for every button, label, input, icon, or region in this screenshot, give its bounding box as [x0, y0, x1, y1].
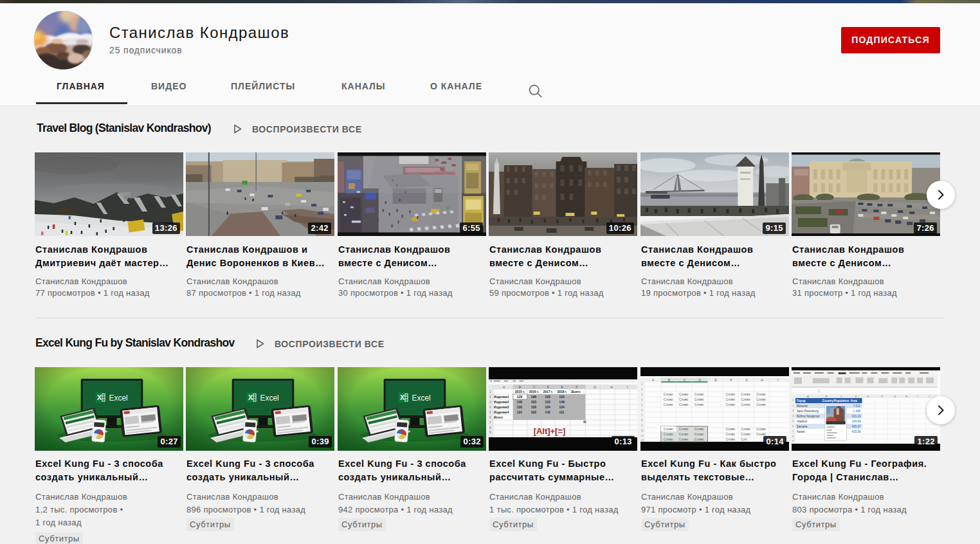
svg-text:104: 104: [545, 405, 551, 409]
svg-text:Слово: Слово: [664, 437, 673, 441]
svg-text:2018 г.: 2018 г.: [558, 390, 568, 394]
svg-text:Изделие4: Изделие4: [494, 410, 509, 414]
svg-text:I: I: [627, 385, 628, 389]
svg-text:Слово: Слово: [664, 392, 673, 396]
svg-text:Слово: Слово: [756, 427, 766, 431]
svg-text:134: 134: [559, 405, 565, 409]
svg-text:6: 6: [489, 416, 491, 419]
svg-text:Слово: Слово: [664, 427, 673, 431]
svg-text:Слово: Слово: [725, 427, 735, 431]
svg-text:Слово: Слово: [694, 437, 704, 441]
svg-text:C: C: [684, 378, 686, 382]
svg-text:D: D: [699, 378, 702, 382]
svg-text:Kazan: Kazan: [797, 430, 805, 433]
svg-text:D: D: [547, 385, 550, 389]
svg-text:Слово: Слово: [725, 403, 735, 406]
svg-text:F: F: [576, 385, 577, 389]
svg-text:Слово: Слово: [741, 427, 750, 431]
svg-text:Area: Area: [851, 399, 858, 403]
svg-text:128: 128: [517, 395, 523, 399]
svg-text:H: H: [761, 378, 763, 382]
svg-text:Слово: Слово: [741, 392, 750, 396]
svg-text:1: 1: [489, 390, 491, 394]
svg-text:Слово: Слово: [694, 432, 704, 436]
svg-text:Слово: Слово: [679, 437, 689, 441]
svg-text:Слово: Слово: [725, 392, 735, 396]
svg-text:123: 123: [545, 400, 551, 404]
svg-text:103: 103: [531, 400, 537, 404]
svg-text:Всего: Всего: [571, 390, 580, 394]
svg-text:Слово: Слово: [741, 397, 750, 401]
svg-text:C: C: [840, 395, 842, 398]
svg-text:D: D: [855, 395, 857, 398]
svg-text:103: 103: [545, 395, 551, 399]
svg-text:Слово: Слово: [756, 403, 766, 406]
svg-text:7: 7: [489, 421, 491, 424]
svg-text:F: F: [730, 378, 732, 382]
svg-text:Saint Petersburg: Saint Petersburg: [797, 410, 819, 413]
svg-text:401,00: 401,00: [852, 415, 861, 418]
svg-text:Изделие3: Изделие3: [494, 405, 509, 409]
svg-text:G: G: [745, 378, 748, 382]
svg-text:102: 102: [531, 410, 537, 414]
svg-text:1 439: 1 439: [853, 410, 861, 413]
svg-text:142: 142: [545, 410, 551, 414]
svg-text:2017 г.: 2017 г.: [543, 390, 554, 394]
svg-text:B: B: [826, 395, 828, 398]
svg-text:Слово: Слово: [694, 392, 704, 396]
svg-text:196: 196: [531, 395, 537, 399]
svg-text:Слово: Слово: [679, 432, 689, 436]
svg-text:I: I: [917, 395, 918, 398]
svg-text:120: 120: [531, 405, 537, 409]
svg-text:Итого: Итого: [494, 415, 503, 419]
svg-text:11: 11: [640, 434, 644, 437]
svg-text:5: 5: [489, 411, 491, 414]
svg-text:Слово: Слово: [664, 432, 673, 436]
svg-text:I: I: [777, 378, 778, 382]
svg-text:Слово: Слово: [679, 397, 689, 401]
svg-text:465,97: 465,97: [852, 425, 861, 428]
svg-text:Слово: Слово: [756, 392, 766, 396]
svg-text:2: 2: [489, 395, 491, 399]
svg-text:Слово: Слово: [694, 403, 704, 406]
svg-text:3: 3: [489, 401, 491, 404]
svg-text:146: 146: [559, 400, 565, 404]
svg-text:104,59: 104,59: [852, 420, 861, 423]
svg-text:Слово: Слово: [741, 432, 750, 436]
svg-text:Nizhny Novgorod: Nizhny Novgorod: [797, 415, 819, 418]
svg-text:Сло: Сло: [741, 437, 747, 441]
svg-text:Слово: Слово: [725, 437, 735, 441]
svg-text:Samara: Samara: [797, 425, 807, 428]
svg-text:8: 8: [489, 426, 491, 430]
svg-text:C: C: [533, 385, 536, 389]
svg-text:Слово: Слово: [664, 403, 673, 406]
svg-text:Слово: Слово: [741, 403, 750, 406]
svg-text:Слово: Слово: [725, 432, 735, 436]
svg-text:12: 12: [640, 439, 644, 442]
svg-text:F: F: [881, 395, 883, 398]
svg-text:Слово: Слово: [756, 397, 766, 401]
svg-text:H: H: [905, 395, 907, 398]
svg-text:A: A: [807, 395, 809, 398]
svg-text:Moscow: Moscow: [797, 404, 808, 408]
svg-text:Слово: Слово: [694, 427, 704, 431]
svg-text:Слово: Слово: [679, 403, 689, 406]
svg-text:2016 г.: 2016 г.: [529, 390, 540, 394]
svg-text:120: 120: [517, 405, 523, 409]
svg-text:[Alt]+[=]: [Alt]+[=]: [534, 426, 566, 436]
svg-text:425,58: 425,58: [852, 430, 861, 433]
svg-text:Vladimir: Vladimir: [797, 420, 808, 423]
svg-text:123: 123: [559, 395, 565, 399]
svg-text:7 512: 7 512: [853, 404, 861, 408]
svg-text:E: E: [867, 395, 869, 398]
svg-text:Слово: Слово: [679, 392, 689, 396]
svg-text:2015 г.: 2015 г.: [515, 390, 525, 394]
svg-text:G: G: [894, 395, 896, 398]
svg-text:146: 146: [517, 400, 523, 404]
svg-text:Country: Country: [822, 399, 834, 403]
svg-text:4: 4: [489, 406, 491, 409]
svg-text:Слово: Слово: [725, 397, 735, 401]
svg-text:Город: Город: [797, 399, 806, 403]
svg-text:111: 111: [559, 410, 565, 414]
svg-text:Population: Population: [834, 399, 849, 403]
